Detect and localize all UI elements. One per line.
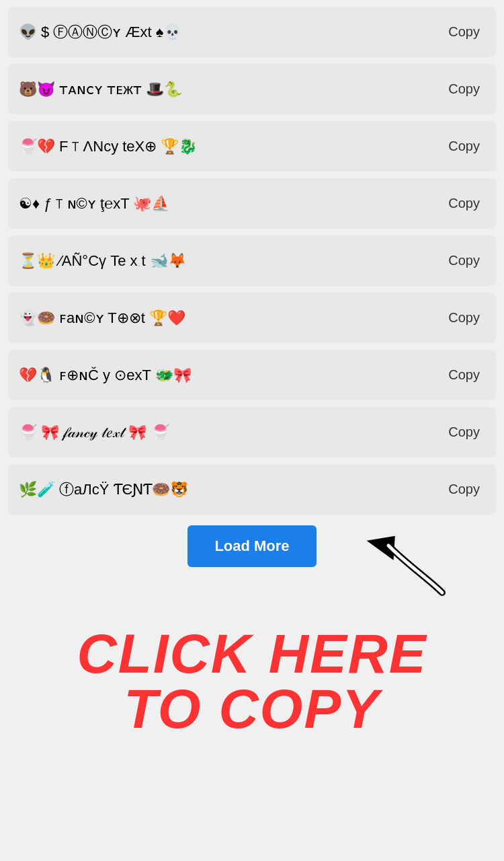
copy-button-3[interactable]: Copy xyxy=(443,136,485,157)
click-here-line2: TO COPY xyxy=(7,681,497,737)
svg-marker-0 xyxy=(367,527,405,567)
fancy-text-2: 🐻😈 ᴛᴀɴᴄʏ ᴛᴇжᴛ 🎩🐍 xyxy=(19,81,443,98)
arrow-icon xyxy=(348,519,456,606)
text-row: 💔🐧 ꜰ⊕ɴČ y ⊙exT 🐲🎀Copy xyxy=(8,350,496,400)
fancy-text-4: ☯♦ ƒ꓄ɴ©ʏ ţ℮xT 🐙⛵ xyxy=(19,195,443,213)
click-here-line1: CLICK HERE xyxy=(7,626,497,681)
copy-button-1[interactable]: Copy xyxy=(443,22,485,42)
copy-button-2[interactable]: Copy xyxy=(443,79,485,100)
copy-button-9[interactable]: Copy xyxy=(443,479,485,500)
main-container: 👽 $ ⒻⒶⓃⒸʏ Æxt ♠💀Copy🐻😈 ᴛᴀɴᴄʏ ᴛᴇжᴛ 🎩🐍Copy… xyxy=(0,0,504,613)
fancy-text-3: 🍧💔 F꓄ΛNcy teX⊕ 🏆🐉 xyxy=(19,138,443,155)
text-row: ☯♦ ƒ꓄ɴ©ʏ ţ℮xT 🐙⛵Copy xyxy=(8,178,496,229)
load-more-button[interactable]: Load More xyxy=(187,525,316,567)
fancy-text-1: 👽 $ ⒻⒶⓃⒸʏ Æxt ♠💀 xyxy=(19,22,443,42)
text-row: 👽 $ ⒻⒶⓃⒸʏ Æxt ♠💀Copy xyxy=(8,7,496,57)
copy-button-5[interactable]: Copy xyxy=(443,250,485,271)
text-row: 🍧💔 F꓄ΛNcy teX⊕ 🏆🐉Copy xyxy=(8,121,496,172)
text-row: 🍧 🎀 𝒻𝒶𝓃𝒸𝓎 𝓉𝑒𝓍𝓉 🎀 🍧Copy xyxy=(8,407,496,457)
rows-container: 👽 $ ⒻⒶⓃⒸʏ Æxt ♠💀Copy🐻😈 ᴛᴀɴᴄʏ ᴛᴇжᴛ 🎩🐍Copy… xyxy=(8,7,496,515)
fancy-text-9: 🌿🧪 ⓕаЛcŸ ƬЄƝƬ🍩🐯 xyxy=(19,480,443,500)
copy-button-6[interactable]: Copy xyxy=(443,307,485,328)
fancy-text-8: 🍧 🎀 𝒻𝒶𝓃𝒸𝓎 𝓉𝑒𝓍𝓉 🎀 🍧 xyxy=(19,424,443,441)
load-more-area: Load More xyxy=(8,525,496,606)
copy-button-4[interactable]: Copy xyxy=(443,193,485,214)
text-row: ⏳👑 ⁄AÑ°Cγ Te x t 🐋🦊Copy xyxy=(8,235,496,286)
fancy-text-6: 👻🍩 ꜰаɴ©ʏ T⊕⊗t 🏆❤️ xyxy=(19,309,443,327)
fancy-text-5: ⏳👑 ⁄AÑ°Cγ Te x t 🐋🦊 xyxy=(19,252,443,270)
copy-button-8[interactable]: Copy xyxy=(443,422,485,443)
copy-button-7[interactable]: Copy xyxy=(443,365,485,385)
text-row: 🐻😈 ᴛᴀɴᴄʏ ᴛᴇжᴛ 🎩🐍Copy xyxy=(8,64,496,114)
text-row: 👻🍩 ꜰаɴ©ʏ T⊕⊗t 🏆❤️Copy xyxy=(8,293,496,343)
text-row: 🌿🧪 ⓕаЛcŸ ƬЄƝƬ🍩🐯Copy xyxy=(8,464,496,515)
fancy-text-7: 💔🐧 ꜰ⊕ɴČ y ⊙exT 🐲🎀 xyxy=(19,367,443,384)
click-here-section: CLICK HERE TO COPY xyxy=(0,613,504,757)
